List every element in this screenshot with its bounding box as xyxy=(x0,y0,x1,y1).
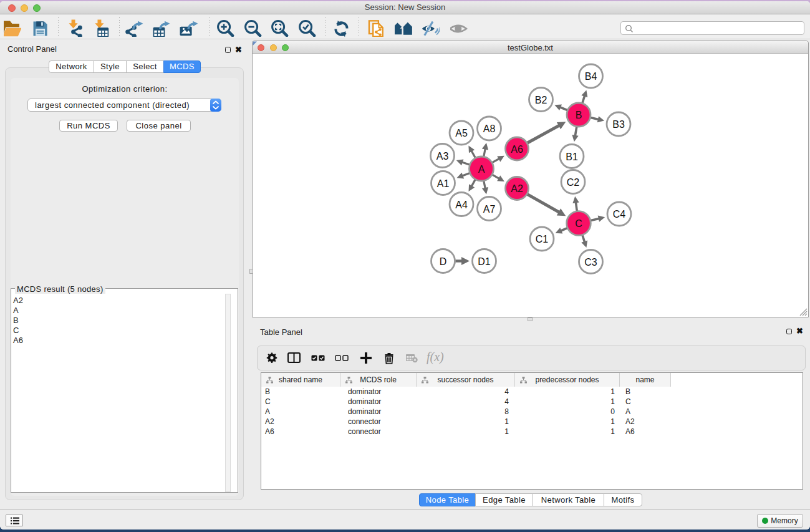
svg-text:B2: B2 xyxy=(535,95,547,105)
svg-text:B1: B1 xyxy=(566,152,578,162)
svg-text:C: C xyxy=(575,218,582,229)
svg-text:A8: A8 xyxy=(483,123,496,134)
svg-text:A2: A2 xyxy=(511,183,523,194)
svg-text:A7: A7 xyxy=(483,204,496,215)
svg-text:B: B xyxy=(576,110,582,120)
svg-text:A6: A6 xyxy=(511,144,523,155)
svg-text:A: A xyxy=(478,164,485,175)
svg-text:B4: B4 xyxy=(585,71,597,82)
svg-text:A5: A5 xyxy=(455,128,468,138)
svg-text:A4: A4 xyxy=(455,200,468,210)
svg-text:C2: C2 xyxy=(567,177,580,188)
svg-text:A1: A1 xyxy=(437,178,450,189)
svg-text:B3: B3 xyxy=(612,119,625,130)
svg-text:f(x): f(x) xyxy=(427,351,444,364)
svg-text:C3: C3 xyxy=(584,257,597,268)
svg-text:D: D xyxy=(440,256,447,267)
svg-text:A3: A3 xyxy=(436,151,449,162)
svg-text:C4: C4 xyxy=(613,209,626,220)
svg-text:D1: D1 xyxy=(478,256,491,267)
svg-text:C1: C1 xyxy=(536,234,549,244)
